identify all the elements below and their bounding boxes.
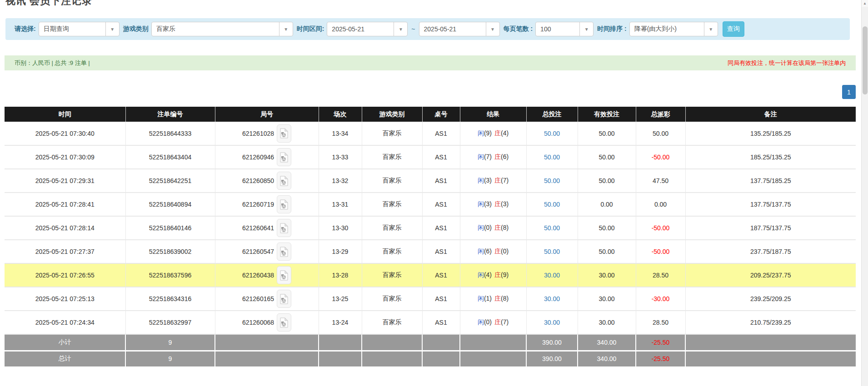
cell-game-category: 百家乐 (362, 240, 422, 263)
video-record-icon[interactable] (277, 195, 291, 213)
cell-round-id: 621260165 (215, 287, 319, 311)
page-title-text: 视讯 会员下注记录 (5, 0, 92, 7)
cell-total-bet: 30.00 (526, 287, 578, 311)
sort-select[interactable]: 降幂(由大到小) ▼ (629, 22, 718, 36)
col-header-note: 备注 (685, 107, 856, 122)
page-size-select[interactable]: 100 ▼ (535, 22, 594, 36)
chevron-down-icon: ▼ (704, 22, 718, 36)
result-player-score: (1) (484, 295, 492, 302)
page-button-1[interactable]: 1 (842, 85, 856, 99)
cell-session: 13-31 (319, 193, 362, 216)
cell-note: 137.75/185.25 (685, 169, 856, 193)
result-player-label: 闲 (478, 224, 484, 231)
chevron-down-icon: ▼ (279, 22, 293, 36)
cell-round-id: 621260719 (215, 193, 319, 216)
result-player-score: (9) (484, 129, 492, 137)
cell-bet-id: 522518639002 (125, 240, 215, 263)
cell-bet-id: 522518632997 (125, 311, 215, 334)
page-title: 视讯 会员下注记录 (5, 0, 92, 7)
result-banker-label: 庄 (494, 295, 501, 302)
cell-bet-id: 522518637596 (125, 263, 215, 287)
total-bet-link[interactable]: 50.00 (544, 248, 560, 255)
video-record-icon[interactable] (277, 266, 291, 284)
cell-valid-bet: 0.00 (578, 193, 636, 216)
date-to-value: 2025-05-21 (419, 25, 486, 33)
cell-valid-bet: 50.00 (578, 240, 636, 263)
cell-result: 闲(6)庄(0) (460, 240, 526, 263)
records-table: 时间 注单编号 局号 场次 游戏类别 桌号 结果 总投注 有效投注 总派彩 备注… (5, 107, 856, 368)
result-banker-label: 庄 (494, 200, 501, 208)
cell-note: 239.25/209.25 (685, 287, 856, 311)
table-row: 2025-05-21 07:28:14 522518640146 6212606… (5, 216, 856, 240)
scroll-thumb[interactable] (863, 26, 868, 94)
round-id-value: 621260719 (242, 201, 274, 208)
date-from-select[interactable]: 2025-05-21 ▼ (327, 22, 408, 36)
table-header-row: 时间 注单编号 局号 场次 游戏类别 桌号 结果 总投注 有效投注 总派彩 备注 (5, 107, 856, 122)
video-record-icon[interactable] (277, 219, 291, 237)
total-bet-link[interactable]: 50.00 (544, 177, 560, 184)
video-record-icon[interactable] (277, 313, 291, 332)
cell-payout: -30.00 (636, 287, 685, 311)
result-banker-label: 庄 (494, 129, 501, 137)
cell-table-no: AS1 (422, 311, 460, 334)
video-record-icon[interactable] (277, 242, 291, 261)
cell-payout: -50.00 (636, 240, 685, 263)
search-button[interactable]: 查询 (723, 21, 744, 37)
total-bet-link[interactable]: 50.00 (544, 201, 560, 208)
round-id-value: 621260641 (242, 224, 274, 232)
result-player-label: 闲 (478, 295, 484, 302)
total-bet-link[interactable]: 30.00 (544, 272, 560, 279)
col-header-time: 时间 (5, 107, 125, 122)
cell-time: 2025-05-21 07:24:34 (5, 311, 125, 334)
subtotal-count: 9 (125, 334, 215, 351)
table-row: 2025-05-21 07:26:55 522518637596 6212604… (5, 263, 856, 287)
video-record-icon[interactable] (277, 290, 291, 308)
cell-round-id: 621260438 (215, 263, 319, 287)
cell-note: 210.75/239.25 (685, 311, 856, 334)
result-banker-score: (7) (501, 318, 509, 326)
round-id-value: 621260850 (242, 177, 274, 184)
video-record-icon[interactable] (277, 172, 291, 190)
table-row: 2025-05-21 07:30:09 522518643404 6212609… (5, 145, 856, 169)
cell-payout: 50.00 (636, 122, 685, 145)
cell-valid-bet: 30.00 (578, 263, 636, 287)
cell-payout: 28.50 (636, 311, 685, 334)
total-bet-link[interactable]: 30.00 (544, 295, 560, 302)
result-banker-score: (8) (501, 224, 509, 231)
cell-table-no: AS1 (422, 145, 460, 169)
game-category-select[interactable]: 百家乐 ▼ (151, 22, 293, 36)
cell-time: 2025-05-21 07:30:09 (5, 145, 125, 169)
total-bet-link[interactable]: 50.00 (544, 224, 560, 232)
round-id-value: 621260438 (242, 272, 274, 279)
cell-game-category: 百家乐 (362, 145, 422, 169)
result-player-label: 闲 (478, 247, 484, 255)
cell-payout: 0.00 (636, 193, 685, 216)
chevron-down-icon: ▼ (579, 22, 593, 36)
subtotal-valid-bet: 340.00 (578, 334, 636, 351)
scroll-up-arrow-icon[interactable]: ▲ (862, 0, 868, 7)
vertical-scrollbar[interactable]: ▲ (861, 0, 868, 386)
cell-round-id: 621261028 (215, 122, 319, 145)
subtotal-label: 小计 (5, 334, 125, 351)
result-banker-label: 庄 (494, 318, 501, 326)
video-record-icon[interactable] (277, 124, 291, 143)
col-header-session: 场次 (319, 107, 362, 122)
result-banker-score: (0) (501, 247, 509, 255)
total-bet-link[interactable]: 50.00 (544, 153, 560, 161)
cell-table-no: AS1 (422, 193, 460, 216)
subtotal-payout: -25.50 (636, 334, 685, 351)
total-bet-link[interactable]: 30.00 (544, 319, 560, 326)
date-to-select[interactable]: 2025-05-21 ▼ (419, 22, 500, 36)
cell-valid-bet: 50.00 (578, 169, 636, 193)
result-player-score: (7) (484, 153, 492, 160)
total-bet-link[interactable]: 50.00 (544, 130, 560, 137)
cell-session: 13-33 (319, 145, 362, 169)
result-banker-label: 庄 (494, 153, 501, 160)
cell-bet-id: 522518642251 (125, 169, 215, 193)
video-record-icon[interactable] (277, 148, 291, 166)
query-type-select[interactable]: 日期查询 ▼ (39, 22, 120, 36)
table-row: 2025-05-21 07:30:40 522518644333 6212610… (5, 122, 856, 145)
cell-result: 闲(1)庄(8) (460, 287, 526, 311)
cell-round-id: 621260850 (215, 169, 319, 193)
cell-table-no: AS1 (422, 122, 460, 145)
